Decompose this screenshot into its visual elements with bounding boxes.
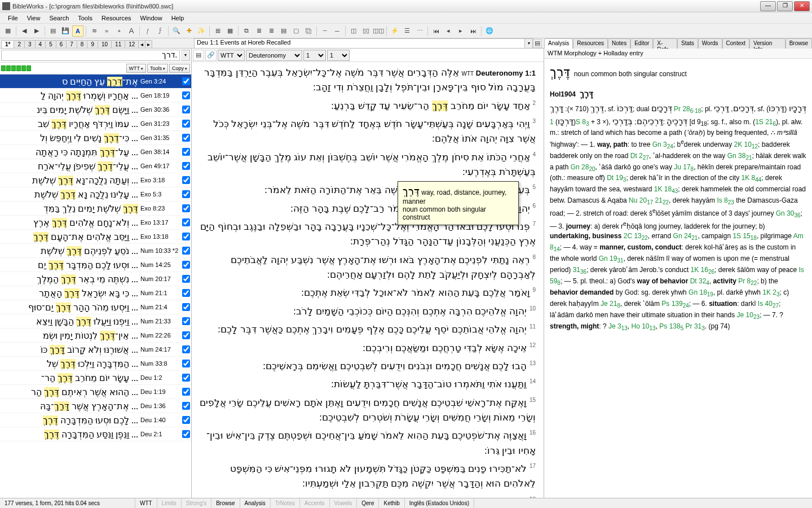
search-tab-6[interactable]: 6 bbox=[56, 40, 67, 48]
search-tab-7[interactable]: 7 bbox=[66, 40, 77, 48]
result-checkbox[interactable] bbox=[182, 261, 190, 269]
dash-icon[interactable]: ┄ bbox=[319, 25, 330, 37]
result-checkbox[interactable] bbox=[182, 218, 190, 226]
verse[interactable]: 16 וָאֲצַוֶּה אֶת־שֹׁפְטֵיכֶם בָּעֵת הַה… bbox=[196, 428, 536, 458]
big-a-icon[interactable]: A bbox=[126, 25, 137, 37]
result-checkbox[interactable] bbox=[182, 162, 190, 170]
func-1-icon[interactable]: ƒ bbox=[142, 25, 153, 37]
status-cell-browse[interactable]: Browse bbox=[211, 498, 240, 508]
lexicon-content[interactable]: דֶּרֶךְ noun common both singular constr… bbox=[544, 59, 812, 498]
toggle-1-icon[interactable]: ≋ bbox=[89, 25, 100, 37]
result-row[interactable]: אֶת־דֶּרֶךְ עֵץ הַחַיִּים סGen 3:24 bbox=[0, 75, 191, 89]
save-icon[interactable]: 💾 bbox=[60, 25, 71, 37]
result-checkbox[interactable] bbox=[182, 77, 190, 85]
search-copy-button[interactable]: Copy bbox=[169, 64, 190, 73]
analysis-tab-notes[interactable]: Notes bbox=[608, 38, 630, 50]
note-icon[interactable]: ▤ bbox=[278, 25, 289, 37]
result-row[interactable]: ... לָכֶם וּסְעוּ הַמִּדְבָּרָה דֶּרֶךְD… bbox=[0, 413, 191, 427]
arrow-right-icon[interactable]: ▶ bbox=[31, 25, 42, 37]
version-select[interactable]: WTT bbox=[218, 50, 245, 61]
search-tab-8[interactable]: 8 bbox=[77, 40, 88, 48]
result-row[interactable]: ... וְעַתָּה נֵלֲכָה־נָּא דֶּרֶךְ שְׁלֹש… bbox=[0, 173, 191, 187]
result-row[interactable]: ... וַיָּשֶׂם דֶּרֶךְ שְׁלֹשֶׁת יָמִים ב… bbox=[0, 103, 191, 117]
result-row[interactable]: ... וַיַּסֵּב אֱלֹהִים אֶת־הָעָם דֶּרֶךְ… bbox=[0, 230, 191, 244]
menu-view[interactable]: View bbox=[23, 14, 45, 23]
result-row[interactable]: ... נִשְׁתֶּה מֵי בְאֵר דֶּרֶךְ הַמֶּלֶך… bbox=[0, 272, 191, 286]
result-row[interactable]: ... הַמִּדְבָּרָה וַיֵּלְכוּ דֶּרֶךְ שְׁ… bbox=[0, 357, 191, 371]
result-row[interactable]: ... הַהוּא אֲשֶׁר רְאִיתֶם דֶּרֶךְ הַרDe… bbox=[0, 385, 191, 399]
chapter-select[interactable]: 1 bbox=[303, 50, 326, 61]
minimize-button[interactable]: — bbox=[760, 1, 776, 11]
analysis-tab-analysis[interactable]: Analysis bbox=[544, 38, 573, 50]
verse[interactable]: 8 רְאֵה נָתַתִּי לִפְנֵיכֶם אֶת־הָאָרֶץ … bbox=[196, 253, 536, 283]
grid-icon[interactable]: ▦ bbox=[2, 25, 14, 37]
analysis-tab-version-info[interactable]: Version Info bbox=[749, 38, 785, 50]
verse[interactable]: WTT Deuteronomy 1:1 אֵלֶּה הַדְּבָרִים א… bbox=[196, 65, 536, 95]
search-tab-12[interactable]: 12 bbox=[125, 40, 139, 48]
verse[interactable]: 13 הָבוּ לָכֶם אֲנָשִׁים חֲכָמִים וּנְבֹ… bbox=[196, 359, 536, 374]
align2-icon[interactable]: ≣ bbox=[266, 25, 277, 37]
verse[interactable]: 4 אַחֲרֵי הַכֹּתוֹ אֵת סִיחֹן מֶלֶךְ הָא… bbox=[196, 150, 536, 180]
wand-icon[interactable]: ✨ bbox=[196, 25, 207, 37]
copy-icon[interactable]: ⿻ bbox=[303, 25, 314, 37]
verse[interactable]: 17 לֹא־תַכִּירוּ פָנִים בַּמִּשְׁפָּט כַ… bbox=[196, 462, 536, 492]
status-cell-qere[interactable]: Qere bbox=[357, 498, 379, 508]
result-row[interactable]: ... כִּי בָּא יִשְׂרָאֵל דֶּרֶךְ הָאֲתָר… bbox=[0, 286, 191, 300]
breadcrumb-input[interactable]: Deu 1:1 Events at Horeb Recalled bbox=[194, 38, 525, 49]
result-row[interactable]: ... עָלֵינוּ נֵלֲכָה נָּא דֶּרֶךְ שְׁלֹש… bbox=[0, 187, 191, 202]
func-2-icon[interactable]: ϝ bbox=[155, 25, 166, 37]
result-row[interactable]: ... עֲלֵי־דֶרֶךְ שְׁפִיפֹן עֲלֵי־אֹרַחGe… bbox=[0, 159, 191, 173]
close-button[interactable]: ✕ bbox=[794, 1, 810, 11]
globe-icon[interactable]: 🌐 bbox=[484, 25, 495, 37]
result-row[interactable]: ... וַיִּסְעוּ מֵהֹר הָהָר דֶּרֶךְ יַם־ס… bbox=[0, 300, 191, 314]
search-tab-9[interactable]: 9 bbox=[87, 40, 98, 48]
mid-link-icon[interactable]: 🔗 bbox=[205, 50, 217, 61]
result-checkbox[interactable] bbox=[182, 317, 190, 325]
status-cell-accents[interactable]: Accents bbox=[300, 498, 330, 508]
result-row[interactable]: ... וַנֵּפֶן וַנִּסַּע הַמִּדְבָּרָה דֶּ… bbox=[0, 427, 191, 441]
result-checkbox[interactable] bbox=[182, 91, 190, 99]
result-row[interactable]: ... וְלֹא־נָחָם אֱלֹהִים דֶּרֶךְ אֶרֶץEx… bbox=[0, 216, 191, 230]
result-row[interactable]: ... נֹסֵעַ לִפְנֵיהֶם דֶּרֶךְ שְׁלֹשֶׁתN… bbox=[0, 244, 191, 258]
analysis-tab-x-refs[interactable]: X-Refs bbox=[653, 38, 677, 50]
form-icon[interactable]: ▦ bbox=[224, 25, 236, 37]
analysis-tab-words[interactable]: Words bbox=[698, 38, 722, 50]
verse[interactable]: 9 וָאֹמַר אֲלֵכֶם בָּעֵת הַהִוא לֵאמֹר ל… bbox=[196, 286, 536, 300]
result-checkbox[interactable] bbox=[182, 247, 190, 255]
result-row[interactable]: ... וּסְעוּ לָכֶם הַמִּדְבָּר דֶּרֶךְ יַ… bbox=[0, 258, 191, 272]
toggle-2-icon[interactable]: ≈ bbox=[101, 25, 112, 37]
dots-icon[interactable]: ⋯ bbox=[414, 25, 425, 37]
result-row[interactable]: ... אֵין־דֶּרֶךְ לִנְטוֹת יָמִין וּשְׂמN… bbox=[0, 329, 191, 343]
result-checkbox[interactable] bbox=[182, 275, 190, 283]
result-row[interactable]: ... אֶת־הָאָרֶץ אֲשֶׁר דָּרַךְ־בָּהּDeu … bbox=[0, 399, 191, 413]
search-history-dropdown[interactable]: ▾ bbox=[181, 50, 190, 61]
search-input[interactable]: .דרך bbox=[1, 50, 180, 61]
result-checkbox[interactable] bbox=[182, 402, 190, 410]
result-checkbox[interactable] bbox=[182, 345, 190, 353]
menu-help[interactable]: Help bbox=[167, 14, 189, 23]
result-checkbox[interactable] bbox=[182, 416, 190, 424]
menu-search[interactable]: Search bbox=[45, 14, 73, 23]
menu-window[interactable]: Window bbox=[136, 14, 167, 23]
breadcrumb-dropdown[interactable]: ▾ bbox=[525, 38, 533, 49]
nudge-left-icon[interactable]: ◂ bbox=[443, 25, 454, 37]
verse[interactable]: 15 וָאֶקַּח אֶת־רָאשֵׁי שִׁבְטֵיכֶם אֲנָ… bbox=[196, 396, 536, 426]
analysis-tab-browse[interactable]: Browse bbox=[785, 38, 812, 50]
verse-select[interactable]: 1 bbox=[327, 50, 350, 61]
result-checkbox[interactable] bbox=[182, 331, 190, 339]
result-row[interactable]: ... עַל־דֶּרֶךְ תִּמְנָתָה כִּי רָאֲתָהG… bbox=[0, 145, 191, 159]
layout1-icon[interactable]: ◫ bbox=[348, 25, 359, 37]
status-cell-analysis[interactable]: Analysis bbox=[240, 498, 271, 508]
result-checkbox[interactable] bbox=[182, 233, 190, 240]
result-checkbox[interactable] bbox=[182, 106, 190, 113]
status-cell-wtt[interactable]: WTT bbox=[135, 498, 157, 508]
result-checkbox[interactable] bbox=[182, 176, 190, 184]
result-checkbox[interactable] bbox=[182, 374, 190, 382]
search-tab-2[interactable]: 2 bbox=[14, 40, 25, 48]
verse[interactable]: 18 וָאֲצַוֶּה אֶתְכֶם בָּעֵת הַהִוא אֵת … bbox=[196, 495, 536, 498]
result-row[interactable]: ... כִּי־דֶרֶךְ נָשִׁים לִי וַיְחַפֵּשׂ … bbox=[0, 131, 191, 145]
search-tools-button[interactable]: Tools bbox=[147, 64, 168, 73]
status-cell-strong-s[interactable]: Strong's bbox=[182, 498, 211, 508]
result-row[interactable]: ... עִמּוֹ וַיִּרְדֹּף אַחֲרָיו דֶּרֶךְ … bbox=[0, 117, 191, 131]
note-icon-2[interactable]: ▤ bbox=[533, 39, 542, 48]
